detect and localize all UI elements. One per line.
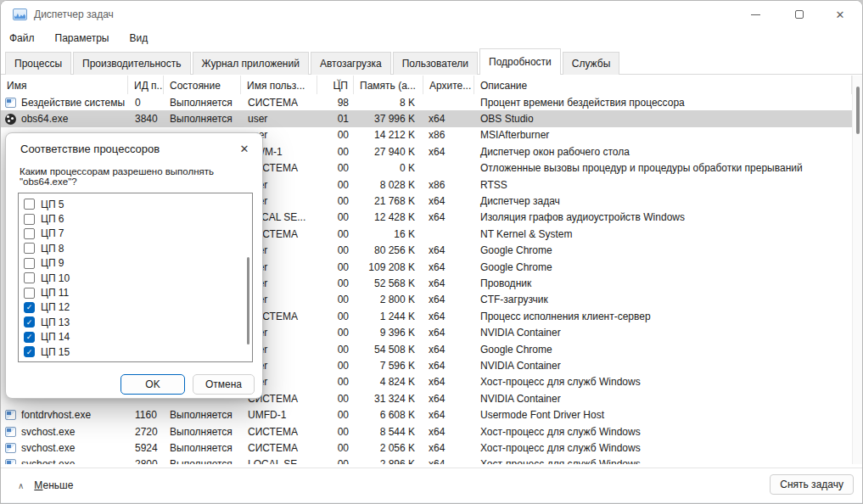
menu-view[interactable]: Вид [129, 32, 148, 44]
table-row[interactable]: Бездействие системы0ВыполняетсяСИСТЕМА98… [1, 94, 852, 110]
cell-status: Выполняется [164, 440, 241, 456]
cell-desc: NVIDIA Container [474, 357, 852, 373]
cpu-checkbox-item[interactable]: ЦП 11 [19, 285, 252, 300]
cpu-checkbox-item[interactable]: ЦП 8 [19, 241, 252, 255]
processor-affinity-dialog: Соответствие процессоров ✕ Каким процесс… [5, 132, 263, 399]
cell-arch [423, 94, 474, 110]
cell-status: Выполняется [164, 456, 241, 464]
checkbox-unchecked-icon[interactable] [24, 258, 35, 269]
cell-user: user [241, 110, 317, 126]
process-name: svchost.exe [21, 442, 75, 454]
column-header-pid[interactable]: ИД п... [128, 76, 164, 94]
cell-arch: x64 [423, 390, 474, 406]
cpu-checkbox-item[interactable]: ЦП 9 [19, 256, 252, 271]
checkbox-unchecked-icon[interactable] [24, 214, 35, 225]
checkbox-checked-icon[interactable] [24, 302, 35, 313]
table-row[interactable]: svchost.exe2720ВыполняетсяСИСТЕМА008 544… [1, 423, 852, 440]
end-task-button[interactable]: Снять задачу [770, 474, 854, 495]
table-header: Имя ИД п... Состояние Имя польз... ⌄ ЦП … [1, 76, 852, 94]
cpu-checkbox-item[interactable]: ЦП 13 [19, 315, 252, 329]
cpu-label: ЦП 9 [41, 257, 64, 269]
column-header-cpu[interactable]: ⌄ ЦП [317, 76, 354, 94]
checkbox-unchecked-icon[interactable] [24, 288, 35, 299]
table-row[interactable]: svchost.exe2800ВыполняетсяLOCAL SE...002… [1, 456, 852, 464]
cpu-list-scrollbar-thumb[interactable] [247, 257, 249, 344]
cell-mem: 8 K [354, 94, 423, 110]
cpu-label: ЦП 5 [41, 199, 64, 210]
tab-1[interactable]: Производительность [73, 52, 190, 75]
cpu-label: ЦП 10 [41, 272, 70, 284]
cpu-checkbox-item[interactable]: ЦП 5 [19, 197, 252, 211]
checkbox-unchecked-icon[interactable] [24, 228, 35, 239]
cell-mem: 1 244 K [354, 308, 423, 324]
close-button[interactable]: ✕ [826, 1, 855, 28]
table-row[interactable]: obs64.exe3840Выполняетсяuser0137 996 Kx6… [1, 110, 852, 126]
obs-studio-icon [5, 114, 16, 125]
table-row[interactable]: fontdrvhost.exe1160ВыполняетсяUMFD-1006 … [1, 406, 852, 423]
column-header-description[interactable]: Описание [474, 76, 852, 94]
checkbox-checked-icon[interactable] [24, 332, 35, 343]
cell-cpu: 00 [317, 143, 354, 160]
tab-3[interactable]: Автозагрузка [311, 52, 391, 75]
cell-mem: 4 824 K [354, 374, 423, 390]
cell-arch: x64 [423, 143, 474, 160]
tab-2[interactable]: Журнал приложений [193, 52, 309, 75]
application-icon [5, 410, 16, 420]
maximize-button[interactable] [785, 1, 814, 28]
cpu-checkbox-item[interactable]: ЦП 15 [19, 344, 252, 359]
cell-mem: 54 508 K [354, 341, 423, 357]
column-header-status[interactable]: Состояние [164, 76, 241, 94]
column-header-memory[interactable]: Память (а... [354, 76, 423, 94]
table-row[interactable]: svchost.exe5924ВыполняетсяСИСТЕМА002 056… [1, 440, 852, 456]
cell-desc: Изоляция графов аудиоустройств Windows [474, 210, 852, 226]
cell-mem: 2 056 K [354, 440, 423, 456]
cell-cpu: 00 [317, 243, 354, 259]
cell-cpu: 00 [317, 127, 354, 143]
checkbox-unchecked-icon[interactable] [24, 243, 35, 254]
cell-cpu: 00 [317, 210, 354, 226]
cancel-button[interactable]: Отмена [193, 374, 255, 395]
cell-cpu: 00 [317, 324, 354, 340]
ok-button[interactable]: OK [120, 374, 185, 395]
cpu-checkbox-item[interactable]: ЦП 6 [19, 211, 252, 226]
cell-desc: Проводник [474, 275, 852, 291]
column-header-name[interactable]: Имя [1, 76, 128, 94]
dialog-close-button[interactable]: ✕ [233, 138, 255, 159]
table-scrollbar[interactable] [852, 76, 863, 464]
checkbox-checked-icon[interactable] [24, 316, 35, 328]
cell-pid: 2800 [128, 456, 164, 464]
column-header-architecture[interactable]: Архите... [423, 76, 474, 94]
menu-options[interactable]: Параметры [55, 32, 109, 44]
checkbox-unchecked-icon[interactable] [24, 272, 35, 283]
process-name: svchost.exe [21, 426, 75, 438]
cell-user: LOCAL SE... [241, 456, 317, 464]
tab-6[interactable]: Службы [563, 52, 619, 75]
cpu-checkbox-item[interactable]: ЦП 10 [19, 271, 252, 285]
cell-mem: 0 K [354, 160, 423, 176]
cpu-checkbox-item[interactable]: ЦП 12 [19, 300, 252, 315]
process-name: Бездействие системы [21, 97, 125, 109]
cell-pid: 2720 [128, 423, 164, 440]
cell-desc: Google Chrome [474, 341, 852, 357]
cpu-checkbox-item[interactable]: ЦП 7 [19, 227, 252, 241]
cell-mem: 8 544 K [354, 423, 423, 440]
cell-arch: x64 [423, 406, 474, 423]
cell-mem: 9 396 K [354, 324, 423, 340]
cell-status: Выполняется [164, 423, 241, 440]
checkbox-checked-icon[interactable] [24, 346, 35, 357]
minimize-button[interactable] [741, 1, 770, 28]
fewer-details-toggle[interactable]: ∧ Меньше [18, 468, 73, 502]
cpu-checkbox-item[interactable]: ЦП 14 [19, 330, 252, 344]
cell-cpu: 01 [317, 110, 354, 126]
cpu-label: ЦП 11 [41, 287, 69, 299]
tab-4[interactable]: Пользователи [393, 52, 478, 75]
table-scrollbar-thumb[interactable] [856, 87, 860, 134]
column-header-user[interactable]: Имя польз... [241, 76, 317, 94]
tab-0[interactable]: Процессы [5, 52, 71, 75]
tab-5[interactable]: Подробности [479, 48, 561, 75]
tab-strip: ПроцессыПроизводительностьЖурнал приложе… [1, 48, 862, 75]
checkbox-unchecked-icon[interactable] [24, 199, 35, 210]
menu-file[interactable]: Файл [9, 32, 35, 44]
cell-mem: 2 896 K [354, 456, 423, 464]
cell-desc: Usermode Font Driver Host [474, 406, 852, 423]
